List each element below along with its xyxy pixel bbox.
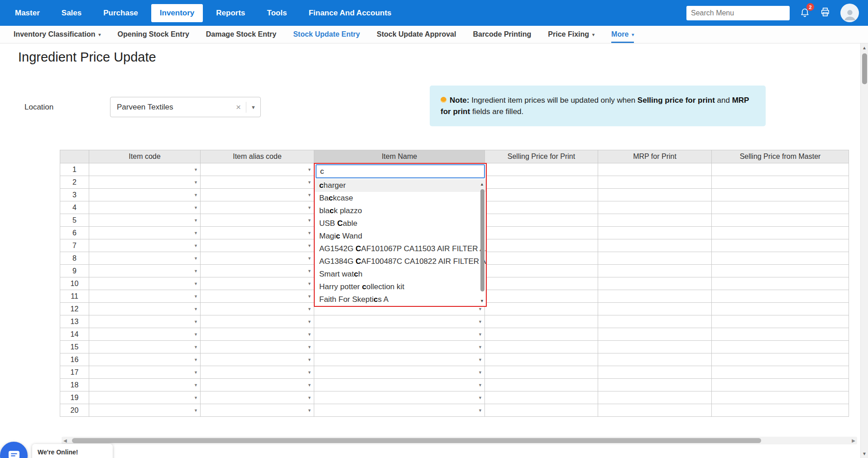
dropdown-caret-icon[interactable]: ▼ [307, 281, 312, 286]
cell-mrp-for-print[interactable] [598, 239, 712, 252]
row-number[interactable]: 10 [60, 277, 89, 290]
dropdown-caret-icon[interactable]: ▼ [307, 408, 312, 413]
col-header-item-name[interactable]: Item Name [314, 150, 485, 163]
cell-item-alias-code[interactable]: ▼ [201, 214, 314, 227]
chat-status-card[interactable]: We're Online! How may I help you today? [32, 444, 113, 458]
dropdown-caret-icon[interactable]: ▼ [194, 332, 198, 337]
cell-mrp-for-print[interactable] [598, 277, 712, 290]
cell-item-alias-code[interactable]: ▼ [201, 303, 314, 315]
cell-mrp-for-print[interactable] [598, 214, 712, 227]
cell-selling-price-for-print[interactable] [485, 265, 598, 277]
dropdown-caret-icon[interactable]: ▼ [194, 320, 198, 324]
cell-item-alias-code[interactable]: ▼ [201, 201, 314, 214]
cell-item-alias-code[interactable]: ▼ [201, 391, 314, 404]
clear-icon[interactable]: × [232, 102, 245, 112]
vertical-scrollbar-thumb[interactable] [862, 53, 867, 84]
autocomplete-option[interactable]: Harry potter collection kit [315, 281, 486, 293]
cell-item-code[interactable]: ▼ [89, 239, 201, 252]
cell-item-name[interactable]: ▼ [314, 315, 485, 328]
cell-mrp-for-print[interactable] [598, 328, 712, 341]
cell-selling-price-for-print[interactable] [485, 341, 598, 353]
dropdown-caret-icon[interactable]: ▼ [194, 269, 198, 273]
row-number[interactable]: 14 [60, 328, 89, 341]
row-number[interactable]: 5 [60, 214, 89, 227]
dropdown-caret-icon[interactable]: ▼ [478, 383, 482, 387]
dropdown-caret-icon[interactable]: ▼ [307, 243, 312, 248]
subnav-inventory-classification[interactable]: Inventory Classification ▾ [14, 26, 101, 43]
cell-selling-price-for-print[interactable] [485, 163, 598, 176]
row-number[interactable]: 1 [60, 163, 89, 176]
nav-tools[interactable]: Tools [259, 4, 296, 22]
cell-mrp-for-print[interactable] [598, 265, 712, 277]
row-number[interactable]: 7 [60, 239, 89, 252]
autocomplete-option[interactable]: charger [315, 179, 486, 192]
cell-selling-price-for-print[interactable] [485, 353, 598, 366]
row-number[interactable]: 9 [60, 265, 89, 277]
dropdown-caret-icon[interactable]: ▼ [478, 345, 482, 349]
cell-mrp-for-print[interactable] [598, 341, 712, 353]
dropdown-caret-icon[interactable]: ▼ [307, 205, 312, 210]
cell-item-code[interactable]: ▼ [89, 341, 201, 353]
nav-master[interactable]: Master [6, 4, 48, 22]
notifications-button[interactable]: 2 [800, 7, 810, 19]
item-name-search-input[interactable] [316, 164, 485, 178]
dropdown-caret-icon[interactable]: ▼ [307, 358, 312, 362]
cell-item-alias-code[interactable]: ▼ [201, 353, 314, 366]
autocomplete-option[interactable]: USB Cable [315, 217, 486, 230]
cell-selling-price-from-master[interactable] [712, 315, 849, 328]
cell-mrp-for-print[interactable] [598, 379, 712, 391]
cell-mrp-for-print[interactable] [598, 404, 712, 417]
dropdown-caret-icon[interactable]: ▼ [194, 281, 198, 286]
dropdown-caret-icon[interactable]: ▼ [307, 383, 312, 387]
col-header-selling-price-from-master[interactable]: Selling Price from Master [712, 150, 849, 163]
cell-selling-price-for-print[interactable] [485, 404, 598, 417]
row-number[interactable]: 3 [60, 189, 89, 201]
cell-mrp-for-print[interactable] [598, 391, 712, 404]
cell-item-alias-code[interactable]: ▼ [201, 315, 314, 328]
cell-selling-price-for-print[interactable] [485, 201, 598, 214]
dropdown-caret-icon[interactable]: ▼ [307, 370, 312, 375]
dropdown-caret-icon[interactable]: ▼ [307, 269, 312, 273]
row-number[interactable]: 8 [60, 252, 89, 265]
cell-item-code[interactable]: ▼ [89, 214, 201, 227]
cell-item-code[interactable]: ▼ [89, 379, 201, 391]
cell-item-alias-code[interactable]: ▼ [201, 239, 314, 252]
dropdown-caret-icon[interactable]: ▼ [307, 396, 312, 400]
row-number[interactable]: 17 [60, 366, 89, 379]
row-number[interactable]: 18 [60, 379, 89, 391]
cell-selling-price-from-master[interactable] [712, 353, 849, 366]
subnav-stock-update-approval[interactable]: Stock Update Approval [377, 26, 456, 43]
cell-item-code[interactable]: ▼ [89, 277, 201, 290]
col-header-mrp-for-print[interactable]: MRP for Print [598, 150, 712, 163]
cell-mrp-for-print[interactable] [598, 252, 712, 265]
cell-selling-price-from-master[interactable] [712, 252, 849, 265]
cell-selling-price-from-master[interactable] [712, 341, 849, 353]
cell-mrp-for-print[interactable] [598, 201, 712, 214]
scroll-right-icon[interactable]: ▶ [852, 438, 855, 443]
col-header-item-alias-code[interactable]: Item alias code [201, 150, 314, 163]
cell-item-code[interactable]: ▼ [89, 227, 201, 239]
horizontal-scrollbar-thumb[interactable] [72, 438, 761, 443]
cell-item-alias-code[interactable]: ▼ [201, 176, 314, 189]
cell-item-code[interactable]: ▼ [89, 404, 201, 417]
dropdown-caret-icon[interactable]: ▼ [194, 256, 198, 261]
cell-selling-price-for-print[interactable] [485, 391, 598, 404]
scroll-left-icon[interactable]: ◀ [63, 438, 67, 443]
subnav-barcode-printing[interactable]: Barcode Printing [473, 26, 531, 43]
cell-item-alias-code[interactable]: ▼ [201, 379, 314, 391]
cell-item-code[interactable]: ▼ [89, 252, 201, 265]
dropdown-caret-icon[interactable]: ▼ [307, 294, 312, 299]
cell-mrp-for-print[interactable] [598, 227, 712, 239]
cell-selling-price-for-print[interactable] [485, 379, 598, 391]
subnav-opening-stock-entry[interactable]: Opening Stock Entry [118, 26, 189, 43]
cell-item-alias-code[interactable]: ▼ [201, 252, 314, 265]
cell-mrp-for-print[interactable] [598, 189, 712, 201]
location-select[interactable]: Parveen Textiles × ▼ [110, 97, 261, 117]
cell-selling-price-from-master[interactable] [712, 303, 849, 315]
row-number[interactable]: 13 [60, 315, 89, 328]
dropdown-caret-icon[interactable]: ▼ [307, 167, 312, 172]
row-number[interactable]: 2 [60, 176, 89, 189]
cell-item-alias-code[interactable]: ▼ [201, 277, 314, 290]
cell-item-code[interactable]: ▼ [89, 163, 201, 176]
cell-selling-price-from-master[interactable] [712, 404, 849, 417]
